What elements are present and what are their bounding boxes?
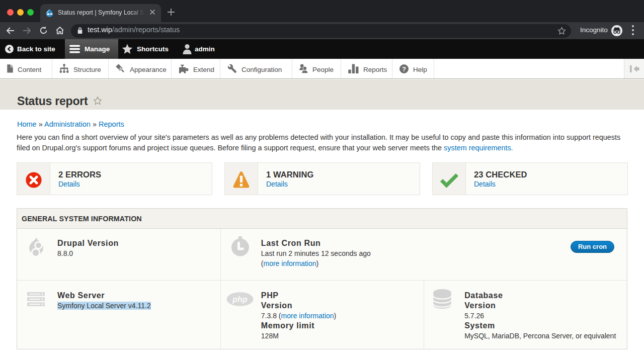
svg-text:?: ? [402, 65, 406, 72]
svg-text:php: php [232, 295, 248, 303]
